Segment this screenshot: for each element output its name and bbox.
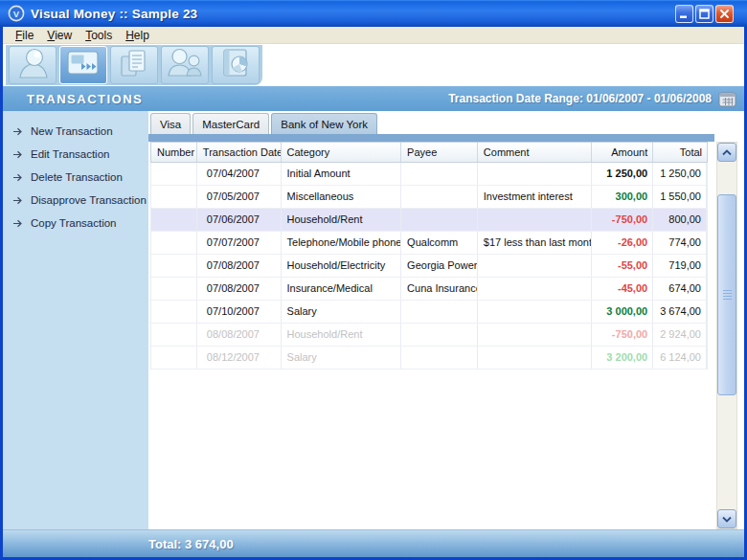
sidebar-item-edit-transaction[interactable]: Edit Transaction — [3, 143, 148, 166]
tab-visa[interactable]: Visa — [150, 113, 191, 134]
transactions-card-icon — [64, 46, 102, 84]
section-header: TRANSACTIONS Transaction Date Range: 01/… — [3, 86, 744, 111]
cell-total: 674,00 — [653, 278, 707, 300]
cell-comment — [478, 163, 593, 185]
toolbar-transactions-card-button[interactable] — [59, 46, 107, 84]
column-header-number[interactable]: Number — [151, 143, 197, 162]
sidebar-item-copy-transaction[interactable]: Copy Transaction — [3, 212, 148, 235]
cell-payee — [401, 347, 478, 369]
menu-help[interactable]: Help — [119, 29, 156, 42]
sidebar-item-label: New Transaction — [31, 125, 113, 137]
column-header-total[interactable]: Total — [653, 143, 707, 162]
table-row[interactable]: 07/04/2007Initial Amount1 250,001 250,00 — [151, 163, 707, 186]
cell-date: 07/05/2007 — [197, 186, 282, 208]
toolbar-reports-folder-button[interactable] — [212, 46, 260, 84]
cell-date: 07/06/2007 — [197, 209, 282, 231]
sidebar-item-new-transaction[interactable]: New Transaction — [3, 120, 148, 143]
table-row[interactable]: 07/06/2007Household/Rent-750,00800,00 — [151, 209, 707, 232]
cell-date: 07/04/2007 — [197, 163, 282, 185]
cell-date: 07/07/2007 — [197, 232, 282, 254]
close-button[interactable] — [715, 5, 734, 23]
column-header-transaction-date[interactable]: Transaction Date — [197, 143, 282, 162]
minimize-button[interactable] — [675, 5, 693, 23]
table-row[interactable]: 07/05/2007MiscellaneousInvestment intere… — [151, 186, 707, 209]
chevron-down-icon — [722, 516, 732, 523]
cell-amount: -55,00 — [592, 255, 653, 277]
cell-amount: -26,00 — [592, 232, 653, 254]
table-row[interactable]: 08/08/2007Household/Rent-750,002 924,00 — [151, 324, 707, 347]
scrollbar-thumb[interactable] — [717, 194, 736, 395]
cell-number — [151, 209, 197, 231]
documents-icon — [115, 46, 153, 84]
cell-comment — [478, 324, 593, 346]
calendar-icon[interactable] — [718, 91, 736, 107]
total-label: Total: 3 674,00 — [148, 537, 234, 551]
cell-date: 07/08/2007 — [197, 255, 282, 277]
cell-payee — [401, 186, 478, 208]
cell-comment: Investment interest — [478, 186, 593, 208]
column-header-comment[interactable]: Comment — [478, 143, 593, 162]
cell-category: Salary — [282, 347, 402, 369]
arrow-right-icon — [12, 219, 24, 228]
arrow-right-icon — [12, 150, 24, 159]
cell-total: 1 250,00 — [653, 163, 707, 185]
table-row[interactable]: 07/08/2007Household/ElectricityGeorgia P… — [151, 255, 707, 278]
menu-bar: FileViewToolsHelp — [3, 27, 744, 44]
cell-comment: $17 less than last month — [478, 232, 593, 254]
maximize-icon — [699, 9, 710, 19]
table-row[interactable]: 07/07/2007Telephone/Mobile phoneQualcomm… — [151, 232, 707, 255]
toolbar-users-button[interactable] — [161, 46, 209, 84]
cell-total: 774,00 — [653, 232, 707, 254]
toolbar — [3, 44, 744, 86]
cell-amount: -750,00 — [592, 324, 653, 346]
scroll-down-button[interactable] — [717, 509, 736, 528]
toolbar-button-group — [6, 45, 262, 85]
cell-category: Household/Rent — [282, 209, 402, 231]
title-bar[interactable]: V Visual Money :: Sample 23 — [0, 0, 747, 27]
cell-category: Household/Electricity — [282, 255, 402, 277]
users-icon — [166, 46, 204, 84]
main-area: New TransactionEdit TransactionDelete Tr… — [3, 111, 744, 529]
reports-folder-icon — [216, 46, 255, 84]
cell-total: 6 124,00 — [653, 347, 707, 369]
table-body: 07/04/2007Initial Amount1 250,001 250,00… — [150, 163, 708, 370]
window-controls — [675, 5, 734, 23]
vertical-scrollbar[interactable] — [716, 142, 737, 529]
column-header-amount[interactable]: Amount — [592, 143, 653, 162]
cell-payee — [401, 301, 478, 323]
table-row[interactable]: 08/12/2007Salary3 200,006 124,00 — [151, 347, 707, 370]
page-title: TRANSACTIONS — [27, 92, 143, 106]
tab-bank-of-new-york[interactable]: Bank of New York — [271, 113, 377, 134]
cell-total: 719,00 — [653, 255, 707, 277]
column-header-category[interactable]: Category — [282, 143, 402, 162]
sidebar-item-label: Delete Transaction — [31, 171, 123, 183]
cell-number — [151, 347, 197, 369]
close-icon — [719, 9, 730, 19]
table-row[interactable]: 07/10/2007Salary3 000,003 674,00 — [151, 301, 707, 324]
svg-text:V: V — [13, 9, 20, 19]
column-header-payee[interactable]: Payee — [401, 143, 478, 162]
cell-total: 1 550,00 — [653, 186, 707, 208]
sidebar-item-delete-transaction[interactable]: Delete Transaction — [3, 166, 148, 189]
cell-number — [151, 186, 197, 208]
cell-category: Initial Amount — [282, 163, 402, 185]
sidebar-item-label: Disapprove Transaction — [31, 194, 147, 206]
menu-file[interactable]: File — [9, 29, 40, 42]
account-tabs: VisaMasterCardBank of New York — [150, 113, 377, 134]
arrow-right-icon — [12, 196, 24, 205]
maximize-button[interactable] — [695, 5, 713, 23]
menu-tools[interactable]: Tools — [79, 29, 119, 42]
tab-strip — [148, 134, 714, 142]
menu-view[interactable]: View — [40, 29, 79, 42]
tab-mastercard[interactable]: MasterCard — [192, 113, 269, 134]
cell-comment — [478, 255, 593, 277]
cell-category: Miscellaneous — [282, 186, 402, 208]
content-area: VisaMasterCardBank of New York NumberTra… — [148, 111, 744, 529]
table-row[interactable]: 07/08/2007Insurance/MedicalCuna Insuranc… — [151, 278, 707, 301]
minimize-icon — [679, 9, 690, 19]
toolbar-user-button[interactable] — [9, 46, 57, 84]
toolbar-documents-button[interactable] — [110, 46, 158, 84]
cell-amount: 3 000,00 — [592, 301, 653, 323]
scroll-up-button[interactable] — [717, 143, 736, 162]
sidebar-item-disapprove-transaction[interactable]: Disapprove Transaction — [3, 189, 148, 212]
